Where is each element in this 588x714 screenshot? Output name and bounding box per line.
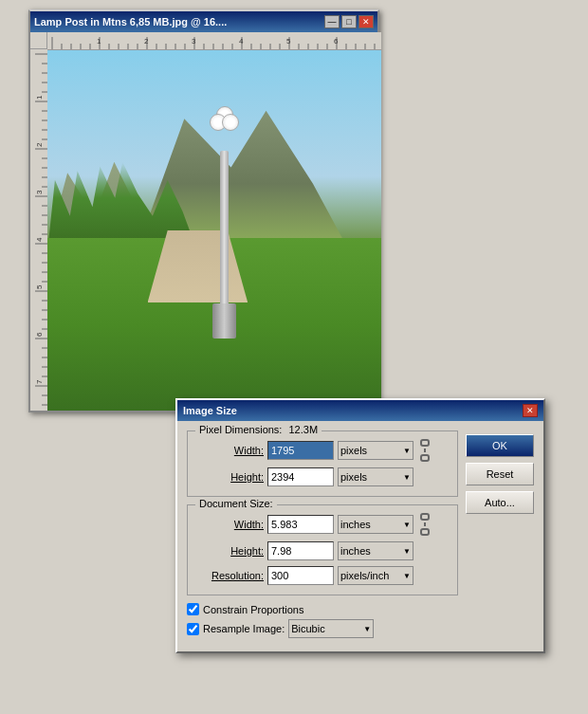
- doc-width-row: Width: inches cm mm pixels: [197, 513, 448, 536]
- document-size-group: Document Size: Width: inches cm mm pixel…: [187, 504, 458, 595]
- doc-width-unit-select[interactable]: inches cm mm pixels: [338, 515, 413, 534]
- chain-link-top: [420, 439, 430, 447]
- resolution-label: Resolution:: [197, 570, 264, 581]
- resample-image-checkbox[interactable]: [187, 623, 199, 635]
- lamp-post: [204, 104, 244, 339]
- image-size-dialog: Image Size ✕ Pixel Dimensions: 12.3M Wid…: [175, 398, 545, 653]
- resolution-unit-select[interactable]: pixels/inch pixels/cm: [338, 566, 413, 585]
- chain-icon-doc: [419, 513, 431, 536]
- vertical-ruler: [30, 49, 47, 410]
- horizontal-ruler: [47, 32, 381, 50]
- doc-height-label: Height:: [197, 545, 264, 557]
- pixel-height-input[interactable]: [267, 467, 334, 486]
- dialog-left: Pixel Dimensions: 12.3M Width: pixels pe…: [187, 430, 458, 642]
- doc-height-input[interactable]: [267, 541, 334, 560]
- document-size-label: Document Size:: [195, 498, 277, 509]
- close-button[interactable]: ✕: [358, 15, 374, 28]
- constrain-proportions-row: Constrain Proportions: [187, 603, 458, 615]
- auto-button[interactable]: Auto...: [466, 491, 534, 514]
- pixel-height-unit-wrapper: pixels percent: [338, 467, 413, 486]
- resample-image-row: Resample Image: Bicubic Nearest Neighbor…: [187, 619, 458, 638]
- resolution-input[interactable]: [267, 566, 334, 585]
- pixel-height-unit-select[interactable]: pixels percent: [338, 467, 413, 486]
- dialog-title: Image Size: [183, 405, 237, 416]
- chain-line-doc: [424, 522, 426, 526]
- pixel-dimensions-group: Pixel Dimensions: 12.3M Width: pixels pe…: [187, 430, 458, 497]
- photo-window: Lamp Post in Mtns 6,85 MB.jpg @ 16.... —…: [28, 9, 379, 412]
- doc-width-label: Width:: [197, 519, 264, 530]
- photo-content: [30, 32, 377, 411]
- maximize-button[interactable]: □: [341, 15, 357, 28]
- minimize-button[interactable]: —: [324, 15, 340, 28]
- doc-height-unit-wrapper: inches cm mm: [338, 541, 413, 560]
- pixel-width-unit-wrapper: pixels percent: [338, 441, 413, 460]
- pixel-height-row: Height: pixels percent: [197, 467, 448, 486]
- resolution-unit-wrapper: pixels/inch pixels/cm: [338, 566, 413, 585]
- dialog-titlebar: Image Size ✕: [177, 400, 543, 421]
- chain-link-top-doc: [420, 513, 430, 521]
- constrain-proportions-checkbox[interactable]: [187, 603, 199, 615]
- doc-width-unit-wrapper: inches cm mm pixels: [338, 515, 413, 534]
- pixel-width-input[interactable]: [267, 441, 334, 460]
- pixel-width-row: Width: pixels percent: [197, 439, 448, 462]
- chain-link-bottom-doc: [420, 528, 430, 536]
- pixel-width-unit-select[interactable]: pixels percent: [338, 441, 413, 460]
- photo-image: [47, 50, 381, 411]
- resample-image-label: Resample Image:: [203, 623, 285, 634]
- photo-scene: [47, 50, 381, 411]
- doc-height-unit-select[interactable]: inches cm mm: [338, 541, 413, 560]
- dialog-body: Pixel Dimensions: 12.3M Width: pixels pe…: [177, 421, 543, 651]
- reset-button[interactable]: Reset: [466, 463, 534, 485]
- titlebar-buttons: — □ ✕: [324, 15, 374, 28]
- photo-titlebar: Lamp Post in Mtns 6,85 MB.jpg @ 16.... —…: [30, 11, 377, 32]
- resample-method-select[interactable]: Bicubic Nearest Neighbor Bilinear Bicubi…: [288, 619, 374, 638]
- doc-height-row: Height: inches cm mm: [197, 541, 448, 560]
- chain-link-bottom: [420, 454, 430, 462]
- lamp-base: [212, 303, 236, 339]
- chain-line-1: [424, 449, 426, 452]
- resolution-row: Resolution: pixels/inch pixels/cm: [197, 566, 448, 585]
- constrain-proportions-label: Constrain Proportions: [203, 604, 303, 615]
- lamp-globe-3: [222, 114, 239, 131]
- pixel-dimensions-label: Pixel Dimensions: 12.3M: [195, 424, 322, 435]
- photo-title: Lamp Post in Mtns 6,85 MB.jpg @ 16....: [34, 16, 227, 27]
- chain-icon-pixels: [419, 439, 431, 462]
- dialog-buttons: OK Reset Auto...: [466, 430, 534, 642]
- ruler-corner: [30, 32, 47, 49]
- resample-method-wrapper: Bicubic Nearest Neighbor Bilinear Bicubi…: [288, 619, 374, 638]
- pixel-width-label: Width:: [197, 445, 264, 456]
- pixel-height-label: Height:: [197, 471, 264, 483]
- dialog-close-button[interactable]: ✕: [523, 404, 538, 417]
- doc-width-input[interactable]: [267, 515, 334, 534]
- ok-button[interactable]: OK: [466, 434, 534, 457]
